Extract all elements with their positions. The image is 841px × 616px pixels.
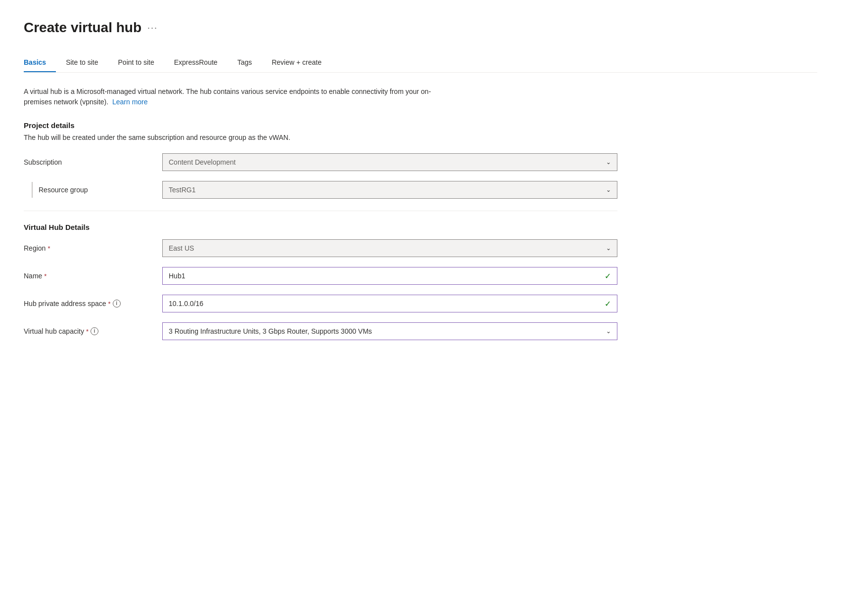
project-details-header: Project details <box>24 121 817 130</box>
hub-private-address-space-row: Hub private address space * i 10.1.0.0/1… <box>24 295 617 312</box>
resource-group-row: Resource group TestRG1 ⌄ <box>24 181 617 199</box>
region-value: East US <box>169 244 606 252</box>
indent-line <box>32 182 33 198</box>
description-text: A virtual hub is a Microsoft-managed vir… <box>24 88 431 106</box>
tab-point-to-site[interactable]: Point to site <box>118 53 164 72</box>
virtual-hub-details-header: Virtual Hub Details <box>24 223 817 231</box>
hub-private-address-space-info-icon[interactable]: i <box>113 300 121 308</box>
virtual-hub-capacity-dropdown[interactable]: 3 Routing Infrastructure Units, 3 Gbps R… <box>162 322 617 340</box>
name-input[interactable]: Hub1 ✓ <box>162 267 617 285</box>
project-details-subtext: The hub will be created under the same s… <box>24 133 817 141</box>
tab-expressroute[interactable]: ExpressRoute <box>174 53 228 72</box>
virtual-hub-capacity-value: 3 Routing Infrastructure Units, 3 Gbps R… <box>169 327 606 335</box>
page-title: Create virtual hub <box>24 20 141 36</box>
hub-private-address-space-input[interactable]: 10.1.0.0/16 ✓ <box>162 295 617 312</box>
virtual-hub-capacity-chevron-icon: ⌄ <box>606 328 611 335</box>
hub-private-address-space-label: Hub private address space <box>24 300 106 308</box>
section-divider <box>24 211 617 211</box>
subscription-label: Subscription <box>24 158 62 166</box>
virtual-hub-capacity-required-star: * <box>86 328 89 335</box>
tab-basics[interactable]: Basics <box>24 53 56 72</box>
tab-review-create[interactable]: Review + create <box>272 53 331 72</box>
resource-group-chevron-icon: ⌄ <box>606 186 611 193</box>
region-chevron-icon: ⌄ <box>606 245 611 252</box>
virtual-hub-capacity-row: Virtual hub capacity * i 3 Routing Infra… <box>24 322 617 340</box>
name-row: Name * Hub1 ✓ <box>24 267 617 285</box>
subscription-dropdown[interactable]: Content Development ⌄ <box>162 153 617 171</box>
tab-nav: Basics Site to site Point to site Expres… <box>24 53 817 73</box>
virtual-hub-details-section: Virtual Hub Details Region * East US ⌄ N… <box>24 223 817 340</box>
hub-private-address-space-value: 10.1.0.0/16 <box>169 300 603 308</box>
more-options-button[interactable]: ··· <box>147 23 158 33</box>
virtual-hub-capacity-info-icon[interactable]: i <box>91 327 98 335</box>
virtual-hub-capacity-label: Virtual hub capacity <box>24 327 84 335</box>
tab-site-to-site[interactable]: Site to site <box>66 53 108 72</box>
region-row: Region * East US ⌄ <box>24 239 617 257</box>
hub-private-address-space-required-star: * <box>108 300 111 308</box>
subscription-row: Subscription Content Development ⌄ <box>24 153 617 171</box>
basics-description: A virtual hub is a Microsoft-managed vir… <box>24 87 449 107</box>
resource-group-label: Resource group <box>39 186 88 194</box>
learn-more-link[interactable]: Learn more <box>112 98 148 106</box>
tab-tags[interactable]: Tags <box>237 53 262 72</box>
resource-group-value: TestRG1 <box>169 186 606 194</box>
region-label: Region <box>24 244 46 252</box>
subscription-chevron-icon: ⌄ <box>606 159 611 166</box>
name-value: Hub1 <box>169 272 603 280</box>
hub-private-address-space-checkmark-icon: ✓ <box>605 299 611 308</box>
subscription-value: Content Development <box>169 158 606 166</box>
region-required-star: * <box>47 245 50 252</box>
name-checkmark-icon: ✓ <box>605 271 611 281</box>
indent-connector: Resource group <box>24 182 162 198</box>
resource-group-dropdown[interactable]: TestRG1 ⌄ <box>162 181 617 199</box>
name-label: Name <box>24 272 42 280</box>
region-dropdown[interactable]: East US ⌄ <box>162 239 617 257</box>
name-required-star: * <box>44 272 47 280</box>
